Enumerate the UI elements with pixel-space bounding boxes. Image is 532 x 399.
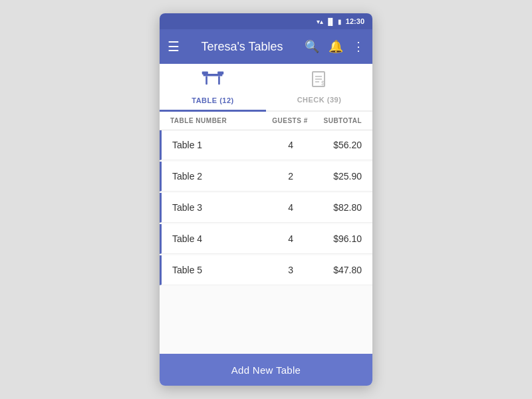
- status-time: 12:30: [346, 17, 364, 25]
- app-title: Teresa's Tables: [188, 40, 297, 54]
- svg-text:$: $: [321, 80, 325, 86]
- more-icon[interactable]: ⋮: [352, 39, 364, 54]
- tab-bar: TABLE (12) $ CHECK (39): [160, 64, 372, 112]
- table-guests: 2: [267, 171, 315, 182]
- add-table-button[interactable]: Add New Table: [160, 354, 372, 386]
- table-rows-container: Table 14$56.20Table 22$25.90Table 34$82.…: [160, 130, 372, 285]
- table-row[interactable]: Table 22$25.90: [160, 162, 372, 192]
- header-guests: GUESTS #: [266, 117, 314, 124]
- table-name: Table 5: [172, 265, 267, 275]
- check-icon: $: [310, 70, 329, 93]
- battery-icon: ▮: [338, 18, 342, 25]
- status-icons: ▾▴ ▐▌ ▮: [317, 18, 342, 25]
- table-name: Table 1: [172, 140, 267, 150]
- table-name: Table 2: [172, 171, 267, 182]
- table-name: Table 4: [172, 233, 267, 244]
- svg-rect-3: [202, 71, 208, 74]
- notification-icon[interactable]: 🔔: [329, 39, 343, 54]
- search-icon[interactable]: 🔍: [305, 39, 319, 54]
- table-subtotal: $96.10: [315, 233, 362, 244]
- table-guests: 4: [267, 202, 315, 213]
- table-subtotal: $82.80: [315, 202, 362, 213]
- header-subtotal: SUBTOTAL: [314, 117, 362, 124]
- table-list: TABLE NUMBER GUESTS # SUBTOTAL Table 14$…: [160, 112, 372, 354]
- list-header: TABLE NUMBER GUESTS # SUBTOTAL: [160, 112, 372, 130]
- tab-check-label: CHECK (39): [297, 96, 342, 104]
- table-subtotal: $56.20: [315, 140, 362, 150]
- tab-table-label: TABLE (12): [192, 96, 233, 104]
- table-guests: 3: [267, 265, 315, 275]
- wifi-icon: ▾▴: [317, 18, 323, 25]
- signal-icon: ▐▌: [326, 18, 335, 25]
- phone-frame: ▾▴ ▐▌ ▮ 12:30 ☰ Teresa's Tables 🔍 🔔 ⋮: [160, 13, 372, 386]
- table-icon: [201, 70, 225, 94]
- tab-check[interactable]: $ CHECK (39): [266, 64, 372, 110]
- nav-actions: 🔍 🔔 ⋮: [305, 39, 364, 54]
- table-subtotal: $47.80: [315, 265, 362, 275]
- table-guests: 4: [267, 233, 315, 244]
- top-nav: ☰ Teresa's Tables 🔍 🔔 ⋮: [160, 29, 372, 64]
- table-row[interactable]: Table 53$47.80: [160, 255, 372, 285]
- table-row[interactable]: Table 34$82.80: [160, 193, 372, 223]
- menu-icon[interactable]: ☰: [168, 39, 180, 55]
- table-name: Table 3: [172, 202, 267, 213]
- tab-table[interactable]: TABLE (12): [160, 64, 266, 112]
- svg-rect-1: [205, 76, 207, 84]
- table-row[interactable]: Table 44$96.10: [160, 224, 372, 254]
- table-row[interactable]: Table 14$56.20: [160, 130, 372, 160]
- svg-rect-2: [218, 76, 220, 84]
- status-bar: ▾▴ ▐▌ ▮ 12:30: [160, 13, 372, 29]
- header-table-number: TABLE NUMBER: [170, 117, 266, 124]
- table-subtotal: $25.90: [315, 171, 362, 182]
- svg-rect-4: [217, 71, 223, 74]
- table-guests: 4: [267, 140, 315, 150]
